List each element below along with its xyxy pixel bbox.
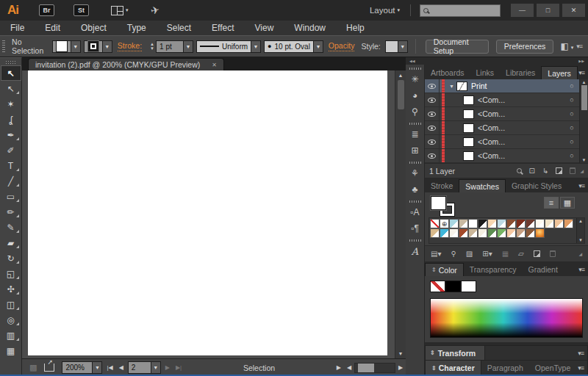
artboard-number-combo[interactable]: 2 ▼ [128, 361, 161, 374]
target-circle-icon[interactable]: ○ [564, 96, 579, 104]
tab-transform[interactable]: ⇕ Transform [426, 346, 485, 360]
stroke-weight-stepper[interactable]: ▲▼ [150, 42, 154, 51]
panel-grip-handle[interactable] [409, 239, 421, 242]
free-transform-tool[interactable]: ◫ [1, 297, 21, 312]
chevron-down-icon[interactable]: ▼ [71, 41, 80, 52]
color-swatch[interactable] [478, 219, 487, 228]
layer-thumbnail[interactable] [456, 82, 467, 91]
line-segment-tool[interactable]: ╱ [1, 173, 21, 189]
panel-grip-handle[interactable] [409, 123, 421, 125]
layer-thumbnail[interactable] [463, 109, 474, 119]
color-swatch[interactable] [506, 219, 516, 228]
visibility-cell[interactable] [425, 149, 440, 162]
mesh-tool[interactable]: ▦ [1, 343, 21, 358]
chevron-down-icon[interactable]: ▼ [102, 41, 112, 52]
layer-row[interactable]: <Com...○ [425, 149, 588, 163]
tab-opentype[interactable]: OpenType [529, 361, 576, 375]
color-swatch[interactable] [535, 219, 545, 228]
chevron-down-icon[interactable]: ▼ [151, 362, 160, 373]
color-swatch[interactable] [468, 228, 478, 238]
color-swatch[interactable] [497, 228, 506, 238]
menu-object[interactable]: Object [71, 23, 117, 33]
pen-tool[interactable]: ✒ [1, 127, 21, 142]
eye-icon[interactable] [428, 153, 436, 159]
workspace-switcher[interactable]: Layout ▾ [370, 6, 400, 15]
menu-help[interactable]: Help [336, 23, 375, 33]
eye-icon[interactable] [428, 126, 436, 131]
panel-menu-icon[interactable]: ▾≡ [578, 69, 588, 79]
fill-swatch[interactable] [56, 40, 68, 52]
color-swatch[interactable] [526, 219, 535, 228]
color-chip[interactable] [430, 281, 445, 292]
layer-row[interactable]: <Com...○ [425, 93, 588, 107]
color-swatch[interactable] [430, 228, 440, 238]
layer-thumbnail[interactable] [463, 95, 474, 105]
scroll-down-icon[interactable]: ▼ [582, 157, 587, 163]
visibility-cell[interactable] [425, 93, 440, 106]
eye-icon[interactable] [428, 84, 436, 89]
tab-links[interactable]: Links [470, 66, 501, 79]
zoom-level-combo[interactable]: 200% ▼ [62, 361, 102, 374]
opacity-panel-link[interactable]: Opacity [329, 41, 355, 51]
curvature-tool[interactable]: ✐ [1, 142, 21, 158]
pencil-tool[interactable]: ✎ [1, 220, 21, 235]
document-setup-button[interactable]: Document Setup [426, 40, 489, 54]
tab-layers[interactable]: Layers [541, 66, 578, 79]
visibility-cell[interactable] [425, 107, 440, 120]
target-circle-icon[interactable]: ○ [564, 110, 579, 118]
search-box[interactable] [420, 4, 501, 17]
next-artboard-button[interactable]: ▶ [165, 364, 170, 371]
paintbrush-tool[interactable]: ✏ [1, 204, 21, 220]
tab-swatches[interactable]: Swatches [459, 179, 506, 192]
color-swatch[interactable] [545, 219, 554, 228]
recolor-artwork-icon[interactable]: ⚲ [406, 104, 424, 120]
delete-swatch-icon[interactable] [550, 250, 556, 257]
align-icon[interactable]: ≣ [406, 126, 424, 142]
chevron-down-icon[interactable]: ▼ [183, 41, 193, 52]
minimize-button[interactable]: — [511, 4, 534, 17]
tab-transparency[interactable]: Transparency [464, 263, 523, 276]
tab-gradient[interactable]: Gradient [523, 263, 564, 276]
visibility-cell[interactable] [425, 79, 440, 93]
column-graph-tool[interactable]: ▥ [1, 328, 21, 343]
close-tab-icon[interactable]: ✕ [212, 62, 217, 68]
close-button[interactable]: ✕ [562, 4, 585, 17]
canvas-area[interactable]: ▲ ▼ [22, 70, 406, 358]
resize-grip-icon[interactable]: ◢ [580, 168, 584, 173]
menu-view[interactable]: View [245, 23, 284, 33]
fill-color-control[interactable]: ▼ [52, 40, 81, 53]
stroke-panel-link[interactable]: Stroke: [118, 41, 142, 51]
color-swatch[interactable] [554, 219, 564, 228]
visibility-cell[interactable] [425, 135, 440, 148]
search-input[interactable] [431, 7, 494, 15]
horizontal-scrollbar[interactable]: ◀ ▶ [344, 359, 406, 376]
color-swatch[interactable] [449, 228, 459, 238]
color-swatch[interactable] [516, 228, 526, 238]
eraser-tool[interactable]: ▰ [1, 235, 21, 250]
add-to-library-icon[interactable]: ⚲ [451, 250, 456, 258]
expand-panel-icon[interactable]: ⇕ [431, 267, 437, 273]
maximize-button[interactable]: □ [537, 4, 559, 17]
scroll-down-icon[interactable]: ▼ [398, 349, 404, 358]
scroll-up-icon[interactable]: ▲ [578, 218, 583, 224]
swatch-scrollbar[interactable]: ▲ ▼ [576, 218, 584, 243]
bridge-button[interactable]: Br [39, 4, 54, 16]
character-styles-icon[interactable]: ▫A [406, 204, 424, 220]
glyphs-icon[interactable]: A [406, 243, 424, 259]
color-swatch[interactable]: ⊕ [440, 219, 449, 228]
collapse-layer-icon[interactable]: ▼ [449, 84, 454, 89]
layer-thumbnail[interactable] [463, 123, 474, 133]
toolbar-grip-handle[interactable] [6, 61, 16, 64]
eye-icon[interactable] [428, 112, 436, 117]
preferences-button[interactable]: Preferences [496, 40, 554, 54]
previous-artboard-button[interactable]: ◀ [119, 364, 123, 371]
menu-select[interactable]: Select [157, 23, 201, 33]
new-color-group-icon[interactable]: ▱ [518, 250, 524, 258]
panel-grip-handle[interactable] [409, 200, 421, 203]
scroll-left-icon[interactable]: ◀ [344, 364, 354, 371]
layers-scrollbar[interactable]: ▲▼ [579, 79, 588, 163]
tab-artboards[interactable]: Artboards [425, 66, 470, 79]
lasso-tool[interactable]: ʆ [1, 112, 21, 127]
color-swatch[interactable] [459, 228, 468, 238]
color-swatch[interactable] [487, 219, 497, 228]
